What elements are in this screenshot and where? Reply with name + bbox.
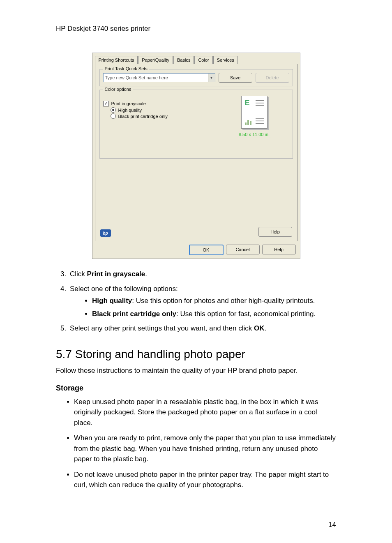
step4-high-quality-item: High quality: Use this option for photos… xyxy=(92,296,336,306)
help-button[interactable]: Help xyxy=(262,245,296,254)
tab-panel-color: Print Task Quick Sets Type new Quick Set… xyxy=(95,64,297,241)
instruction-list: Click Print in grayscale. Select one of … xyxy=(56,269,336,334)
chevron-down-icon[interactable]: ▼ xyxy=(208,74,215,82)
tab-printing-shortcuts[interactable]: Printing Shortcuts xyxy=(95,56,138,64)
quick-set-name-input[interactable]: Type new Quick Set name here ▼ xyxy=(103,73,215,82)
high-quality-label: High quality xyxy=(118,108,142,113)
tab-basics[interactable]: Basics xyxy=(173,56,194,64)
step4-text: Select one of the following options: xyxy=(70,285,178,293)
storage-item-3: Do not leave unused photo paper in the p… xyxy=(74,469,336,490)
step3-post: . xyxy=(145,270,147,278)
page-header: HP Deskjet 3740 series printer xyxy=(56,25,336,33)
page-number: 14 xyxy=(328,521,336,529)
print-grayscale-checkbox[interactable]: ✓ Print in grayscale xyxy=(103,101,219,106)
section-intro: Follow these instructions to maintain th… xyxy=(56,367,336,375)
panel-help-button[interactable]: Help xyxy=(258,227,292,237)
storage-list: Keep unused photo paper in a resealable … xyxy=(56,397,336,490)
preview-lines-icon xyxy=(256,100,264,107)
tab-services[interactable]: Services xyxy=(213,56,238,64)
step4-sublist: High quality: Use this option for photos… xyxy=(70,296,336,319)
dialog-button-row: OK Cancel Help xyxy=(92,241,300,259)
quick-sets-legend: Print Task Quick Sets xyxy=(103,66,149,71)
storage-item-2: When you are ready to print, remove only… xyxy=(74,433,336,464)
tab-color[interactable]: Color xyxy=(194,56,212,64)
delete-button: Delete xyxy=(256,73,289,83)
checkbox-checked-icon: ✓ xyxy=(103,101,109,106)
preview-lines2-icon xyxy=(256,118,264,125)
preview-letter-icon: E xyxy=(245,99,250,107)
tab-paper-quality[interactable]: Paper/Quality xyxy=(138,56,173,64)
color-options-group: Color options ✓ Print in grayscale High … xyxy=(99,90,293,159)
step-3: Click Print in grayscale. xyxy=(68,269,336,280)
cancel-button[interactable]: Cancel xyxy=(226,245,260,254)
step4-black-only-item: Black print cartridge only: Use this opt… xyxy=(92,309,336,319)
high-quality-radio[interactable]: High quality xyxy=(111,107,219,113)
ok-button[interactable]: OK xyxy=(189,245,224,255)
step-4: Select one of the following options: Hig… xyxy=(68,284,336,319)
step3-bold: Print in grayscale xyxy=(87,270,145,278)
section-title: 5.7 Storing and handling photo paper xyxy=(56,348,336,361)
storage-heading: Storage xyxy=(56,384,336,393)
step3-pre: Click xyxy=(70,270,87,278)
quick-sets-group: Print Task Quick Sets Type new Quick Set… xyxy=(99,69,293,86)
storage-item-1: Keep unused photo paper in a resealable … xyxy=(74,397,336,428)
hp-logo-icon: hp xyxy=(100,229,111,237)
paper-size-label: 8.50 x 11.00 in. xyxy=(237,131,271,138)
step5-post: . xyxy=(264,324,266,332)
radio-unselected-icon xyxy=(111,113,116,119)
step4-hq-text: : Use this option for photos and other h… xyxy=(132,297,315,305)
step4-hq-bold: High quality xyxy=(92,297,132,305)
black-cartridge-radio[interactable]: Black print cartridge only xyxy=(111,113,219,119)
save-button[interactable]: Save xyxy=(219,73,252,83)
radio-selected-icon xyxy=(111,107,116,113)
tab-strip: Printing Shortcuts Paper/Quality Basics … xyxy=(92,53,300,64)
step4-bk-bold: Black print cartridge only xyxy=(92,310,176,318)
quick-set-placeholder: Type new Quick Set name here xyxy=(105,75,168,80)
step5-bold: OK xyxy=(254,324,265,332)
color-options-legend: Color options xyxy=(103,87,133,92)
print-grayscale-label: Print in grayscale xyxy=(111,101,146,106)
step-5: Select any other print settings that you… xyxy=(68,323,336,334)
black-cartridge-label: Black print cartridge only xyxy=(118,114,168,119)
page-preview-thumbnail: E xyxy=(241,96,267,129)
preview-bars-icon xyxy=(245,120,251,125)
step4-bk-text: : Use this option for fast, economical p… xyxy=(176,310,316,318)
step5-pre: Select any other print settings that you… xyxy=(70,324,254,332)
print-dialog-screenshot: Printing Shortcuts Paper/Quality Basics … xyxy=(92,53,300,259)
